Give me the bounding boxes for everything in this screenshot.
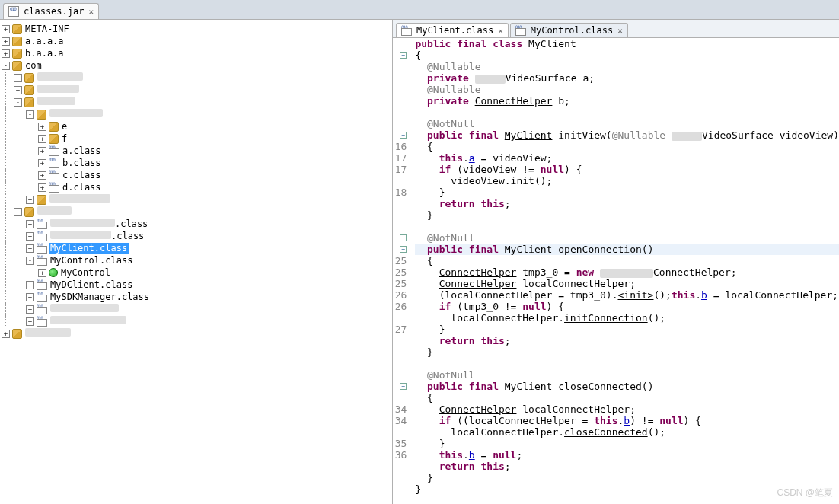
expand-icon[interactable]: +: [14, 74, 22, 82]
code-line[interactable]: @Nullable: [415, 84, 839, 95]
code-line[interactable]: }: [415, 346, 839, 358]
code-line[interactable]: @NotNull: [415, 118, 839, 129]
tree-item[interactable]: +c.class: [0, 169, 392, 181]
expand-icon[interactable]: +: [26, 305, 34, 314]
expand-icon[interactable]: +: [38, 183, 46, 192]
tree-item[interactable]: +a.class: [0, 145, 392, 157]
expand-icon[interactable]: +: [2, 37, 10, 46]
tree-item[interactable]: +b.class: [0, 157, 392, 169]
editor-tab[interactable]: MyClient.class✕: [396, 23, 509, 37]
close-icon[interactable]: ✕: [88, 7, 94, 17]
tree-item[interactable]: +MyDClient.class: [0, 279, 392, 291]
fold-icon[interactable]: −: [400, 132, 407, 139]
tree-item[interactable]: +: [0, 315, 392, 327]
code-line[interactable]: (localConnectHelper = tmp3_0).<init>();t…: [415, 289, 839, 301]
expand-icon[interactable]: +: [26, 220, 34, 228]
collapse-icon[interactable]: -: [14, 208, 22, 216]
expand-icon[interactable]: +: [2, 49, 10, 58]
expand-icon[interactable]: +: [38, 147, 46, 155]
code-line[interactable]: public final MyClient initView(@Nullable…: [415, 129, 839, 141]
tree-item[interactable]: +MySDKManager.class: [0, 291, 392, 303]
code-line[interactable]: @NotNull: [415, 369, 839, 381]
expand-icon[interactable]: +: [26, 293, 34, 301]
editor-tab[interactable]: MyControl.class✕: [510, 23, 628, 37]
tree-item[interactable]: -: [0, 108, 392, 120]
code-line[interactable]: this.a = videoView;: [415, 152, 839, 164]
expand-icon[interactable]: +: [38, 135, 46, 143]
code-line[interactable]: }: [415, 209, 839, 221]
collapse-icon[interactable]: -: [26, 257, 34, 265]
code-line[interactable]: [415, 221, 839, 232]
tree-item[interactable]: +f: [0, 132, 392, 145]
collapse-icon[interactable]: -: [26, 110, 34, 119]
code-line[interactable]: if (tmp3_0 != null) {: [415, 301, 839, 312]
code-line[interactable]: {: [415, 255, 839, 266]
tree-item[interactable]: -MyControl.class: [0, 254, 392, 266]
code-line[interactable]: private ConnectHelper b;: [415, 95, 839, 107]
code-line[interactable]: {: [415, 392, 839, 404]
code-line[interactable]: private VideoSurface a;: [415, 72, 839, 84]
tree-item[interactable]: +META-INF: [0, 23, 392, 35]
code-line[interactable]: }: [415, 483, 839, 495]
fold-icon[interactable]: −: [400, 246, 407, 253]
expand-icon[interactable]: +: [38, 123, 46, 131]
expand-icon[interactable]: +: [38, 159, 46, 167]
code-line[interactable]: @Nullable: [415, 61, 839, 72]
code-line[interactable]: return this;: [415, 335, 839, 346]
code-line[interactable]: if (videoView != null) {: [415, 164, 839, 175]
tree-item[interactable]: -com: [0, 59, 392, 72]
tree-item[interactable]: +e: [0, 120, 392, 132]
expand-icon[interactable]: +: [26, 244, 34, 253]
code-line[interactable]: public final MyClient openConnection(): [415, 244, 839, 255]
expand-icon[interactable]: +: [26, 281, 34, 289]
package-explorer[interactable]: +META-INF+a.a.a.a+b.a.a.a-com++--+e+f+a.…: [0, 20, 393, 504]
code-area[interactable]: public final class MyClient{ @Nullable p…: [410, 38, 839, 504]
code-line[interactable]: public final class MyClient: [415, 38, 839, 49]
code-line[interactable]: [415, 107, 839, 118]
close-icon[interactable]: ✕: [617, 26, 623, 36]
expand-icon[interactable]: +: [26, 232, 34, 241]
tree-item[interactable]: +: [0, 327, 392, 340]
tree-item[interactable]: +: [0, 72, 392, 84]
code-line[interactable]: localConnectHelper.closeConnected();: [415, 426, 839, 438]
tree-item[interactable]: -: [0, 96, 392, 108]
code-line[interactable]: ConnectHelper localConnectHelper;: [415, 404, 839, 415]
tree-item[interactable]: +a.a.a.a: [0, 35, 392, 47]
tree-item[interactable]: +: [0, 303, 392, 315]
code-editor[interactable]: −−16171718−−252525262627−34343536 public…: [393, 38, 839, 504]
expand-icon[interactable]: +: [38, 269, 46, 277]
tree-item[interactable]: +MyClient.class: [0, 242, 392, 254]
code-line[interactable]: ConnectHelper tmp3_0 = new ConnectHelper…: [415, 266, 839, 278]
code-line[interactable]: return this;: [415, 461, 839, 472]
code-line[interactable]: if ((localConnectHelper = this.b) != nul…: [415, 415, 839, 426]
tree-item[interactable]: +: [0, 193, 392, 206]
tree-item[interactable]: -: [0, 206, 392, 218]
code-line[interactable]: @NotNull: [415, 232, 839, 244]
tree-item[interactable]: +MyControl: [0, 266, 392, 279]
tree-item[interactable]: +.class: [0, 230, 392, 242]
tree-item[interactable]: +b.a.a.a: [0, 47, 392, 59]
code-line[interactable]: videoView.init();: [415, 175, 839, 187]
code-line[interactable]: return this;: [415, 198, 839, 209]
code-line[interactable]: }: [415, 472, 839, 483]
code-line[interactable]: }: [415, 438, 839, 449]
code-line[interactable]: }: [415, 187, 839, 198]
code-line[interactable]: }: [415, 324, 839, 335]
expand-icon[interactable]: +: [2, 330, 10, 338]
tree-item[interactable]: +d.class: [0, 181, 392, 193]
expand-icon[interactable]: +: [26, 196, 34, 204]
top-tab-classes-jar[interactable]: classes.jar ✕: [3, 3, 99, 19]
code-line[interactable]: [415, 358, 839, 369]
tree-item[interactable]: +: [0, 84, 392, 96]
code-line[interactable]: public final MyClient closeConnected(): [415, 381, 839, 392]
expand-icon[interactable]: +: [14, 86, 22, 94]
code-line[interactable]: localConnectHelper.initConnection();: [415, 312, 839, 324]
expand-icon[interactable]: +: [2, 25, 10, 33]
expand-icon[interactable]: +: [38, 171, 46, 180]
fold-icon[interactable]: −: [400, 234, 407, 241]
code-line[interactable]: {: [415, 141, 839, 152]
code-line[interactable]: ConnectHelper localConnectHelper;: [415, 278, 839, 289]
collapse-icon[interactable]: -: [14, 98, 22, 107]
code-line[interactable]: this.b = null;: [415, 449, 839, 461]
collapse-icon[interactable]: -: [2, 62, 10, 70]
